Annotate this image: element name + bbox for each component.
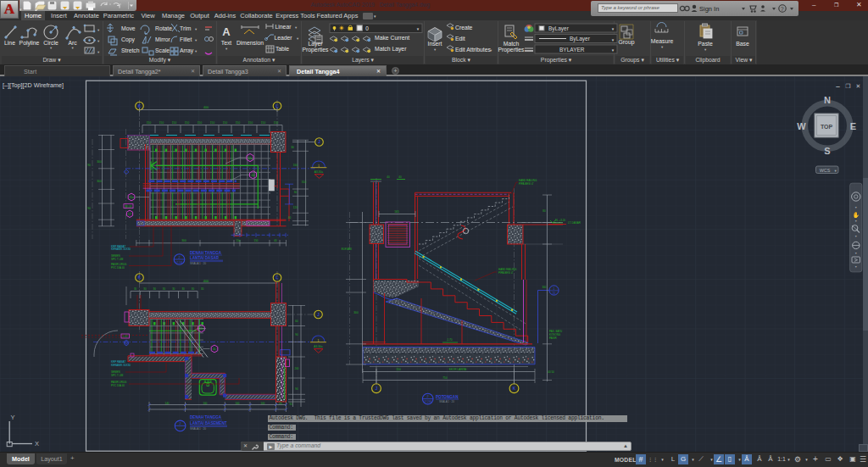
svg-text:07-246: 07-246 bbox=[424, 400, 432, 403]
svg-text:EL +3.20: EL +3.20 bbox=[555, 219, 565, 222]
svg-text:120: 120 bbox=[293, 206, 298, 209]
svg-text:Mirror: Mirror bbox=[155, 36, 170, 42]
svg-text:30: 30 bbox=[201, 287, 204, 291]
svg-text:Insert: Insert bbox=[428, 41, 442, 47]
svg-text:L-02: L-02 bbox=[123, 335, 128, 338]
svg-text:Table: Table bbox=[275, 46, 289, 52]
svg-text:HAND RAILING: HAND RAILING bbox=[519, 179, 537, 182]
svg-text:Paste: Paste bbox=[698, 41, 713, 47]
svg-text:Linear: Linear bbox=[275, 24, 292, 30]
svg-text:90: 90 bbox=[295, 387, 298, 391]
svg-text:Group: Group bbox=[619, 39, 635, 46]
svg-text:LANTAI BASEMENT: LANTAI BASEMENT bbox=[190, 421, 227, 425]
svg-text:LT. DASAR: LT. DASAR bbox=[568, 221, 581, 225]
svg-text:100: 100 bbox=[235, 402, 239, 405]
svg-text:Dimension: Dimension bbox=[236, 40, 264, 46]
svg-text:90: 90 bbox=[87, 164, 91, 167]
svg-text:150: 150 bbox=[198, 121, 203, 125]
svg-text:Text: Text bbox=[221, 40, 232, 46]
svg-text:2: 2 bbox=[178, 256, 180, 259]
svg-text:300: 300 bbox=[181, 239, 186, 242]
svg-text:POTONGAN: POTONGAN bbox=[436, 395, 459, 399]
svg-text:SKALA 1 : 20: SKALA 1 : 20 bbox=[190, 262, 206, 265]
svg-text:Move: Move bbox=[121, 25, 136, 31]
svg-text:300: 300 bbox=[97, 160, 102, 164]
svg-text:-1.70: -1.70 bbox=[446, 338, 452, 342]
svg-text:S: S bbox=[824, 146, 830, 156]
svg-text:▾: ▾ bbox=[50, 46, 53, 50]
svg-text:Base: Base bbox=[736, 41, 749, 47]
svg-text:L: L bbox=[276, 104, 279, 108]
svg-text:ByLayer: ByLayer bbox=[570, 36, 591, 42]
svg-text:80: 80 bbox=[542, 209, 546, 213]
svg-text:ELEVASI: ELEVASI bbox=[342, 247, 352, 251]
svg-text:400: 400 bbox=[203, 106, 209, 109]
svg-text:PVC DIA 40: PVC DIA 40 bbox=[111, 266, 125, 270]
svg-text:20: 20 bbox=[553, 292, 556, 295]
svg-text:165: 165 bbox=[394, 210, 399, 214]
svg-text:12a: 12a bbox=[199, 327, 204, 331]
svg-text:30: 30 bbox=[294, 191, 298, 194]
svg-text:150: 150 bbox=[253, 239, 258, 242]
svg-text:W: W bbox=[797, 121, 806, 131]
svg-text:150: 150 bbox=[396, 368, 401, 371]
svg-text:SKOR LANTAI: SKOR LANTAI bbox=[449, 368, 467, 371]
svg-text:1: 1 bbox=[554, 287, 555, 291]
svg-text:SPC T. 4M: SPC T. 4M bbox=[111, 258, 124, 261]
svg-text:A: A bbox=[222, 25, 231, 38]
svg-text:Edit Attributes: Edit Attributes bbox=[455, 47, 492, 53]
svg-text:Y: Y bbox=[10, 414, 14, 421]
svg-text:400: 400 bbox=[203, 279, 209, 283]
svg-text:DENAH TANGGA: DENAH TANGGA bbox=[190, 251, 222, 255]
svg-text:Scale: Scale bbox=[155, 47, 170, 53]
svg-text:30: 30 bbox=[172, 287, 175, 291]
svg-text:750: 750 bbox=[442, 376, 448, 380]
svg-text:150: 150 bbox=[274, 121, 279, 125]
svg-text:Fillet: Fillet bbox=[180, 36, 192, 42]
svg-text:300: 300 bbox=[542, 286, 546, 289]
svg-text:15a: 15a bbox=[129, 196, 134, 199]
svg-text:150: 150 bbox=[210, 121, 215, 125]
svg-text:Copy: Copy bbox=[121, 36, 135, 43]
svg-text:30: 30 bbox=[134, 287, 137, 291]
svg-text:90: 90 bbox=[295, 333, 298, 336]
svg-text:TOP: TOP bbox=[821, 124, 833, 130]
svg-text:▾: ▾ bbox=[434, 47, 437, 52]
svg-text:A3-30a: A3-30a bbox=[314, 345, 323, 348]
svg-text:30: 30 bbox=[143, 287, 147, 291]
svg-text:▾: ▾ bbox=[490, 48, 492, 53]
svg-text:Make Current: Make Current bbox=[375, 35, 409, 41]
svg-text:KERAMIK 30X30: KERAMIK 30X30 bbox=[111, 364, 131, 367]
svg-text:40: 40 bbox=[288, 216, 292, 220]
svg-text:100: 100 bbox=[260, 402, 264, 405]
svg-text:150: 150 bbox=[172, 121, 177, 125]
svg-text:150: 150 bbox=[185, 121, 190, 125]
svg-text:Circle: Circle bbox=[43, 40, 58, 46]
svg-text:J: J bbox=[318, 140, 320, 144]
svg-text:▾: ▾ bbox=[225, 47, 228, 51]
svg-text:PIPA BESI 4": PIPA BESI 4" bbox=[498, 271, 514, 275]
svg-text:❐: ❐ bbox=[845, 83, 850, 89]
svg-text:Sign In: Sign In bbox=[699, 5, 719, 13]
svg-text:‒: ‒ bbox=[835, 82, 840, 90]
svg-text:Measure: Measure bbox=[651, 38, 674, 44]
svg-text:▾: ▾ bbox=[855, 264, 857, 269]
svg-text:310: 310 bbox=[302, 181, 307, 184]
svg-text:▾: ▾ bbox=[855, 251, 857, 255]
svg-text:▾: ▾ bbox=[195, 49, 198, 53]
svg-text:BYLAYER: BYLAYER bbox=[559, 47, 585, 53]
svg-text:PAS. BATU: PAS. BATU bbox=[549, 330, 562, 333]
svg-text:W-08: W-08 bbox=[125, 205, 132, 208]
svg-text:Polyline: Polyline bbox=[19, 40, 40, 47]
svg-text:300: 300 bbox=[97, 180, 102, 183]
svg-text:HAND RAILING: HAND RAILING bbox=[498, 268, 517, 271]
svg-text:SPC T. 4M: SPC T. 4M bbox=[111, 374, 124, 377]
svg-text:Array: Array bbox=[180, 47, 194, 54]
svg-text:KERAMIK 30X30: KERAMIK 30X30 bbox=[111, 247, 131, 251]
svg-text:30: 30 bbox=[181, 287, 185, 291]
svg-text:Properties: Properties bbox=[498, 47, 526, 53]
svg-text:150: 150 bbox=[261, 121, 266, 125]
svg-text:17: 17 bbox=[128, 213, 131, 216]
svg-text:ByLayer: ByLayer bbox=[548, 25, 570, 32]
svg-text:▾: ▾ bbox=[855, 234, 857, 238]
